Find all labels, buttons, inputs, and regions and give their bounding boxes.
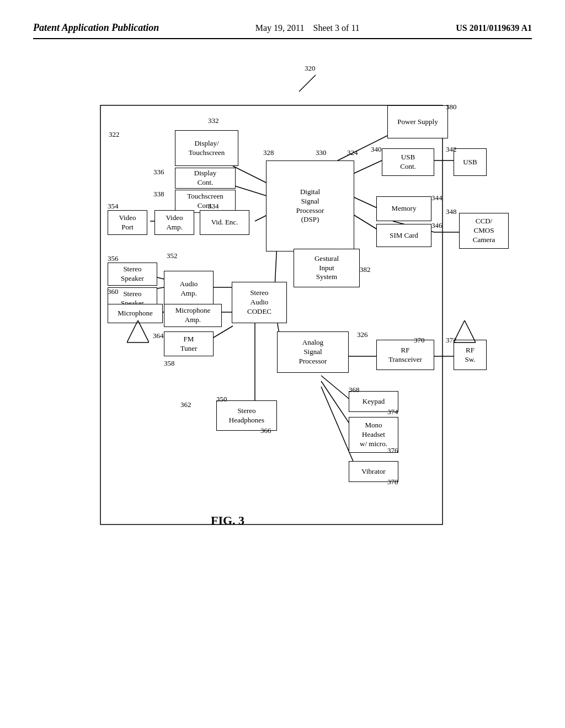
diagram-area: 320 Power Supply 380 USBCont. 340 USB 34…	[45, 50, 520, 629]
label-340: 340	[371, 145, 382, 154]
label-324: 324	[347, 148, 358, 157]
box-microphone-amp: MicrophoneAmp.	[164, 304, 222, 327]
label-326: 326	[357, 330, 368, 339]
box-display-touchscreen: Display/Touchscreen	[175, 130, 238, 166]
label-360: 360	[108, 287, 119, 296]
label-368: 368	[349, 386, 360, 394]
antenna-symbol	[454, 320, 476, 348]
box-rf-transceiver: RFTransceiver	[376, 340, 434, 370]
box-sim-card: SIM Card	[376, 224, 431, 247]
box-ccd-cmos: CCD/CMOSCamera	[459, 213, 509, 249]
label-370: 370	[414, 336, 425, 345]
label-378: 378	[387, 478, 398, 486]
label-354: 354	[108, 202, 119, 211]
label-344: 344	[431, 194, 443, 202]
label-376: 376	[387, 446, 398, 455]
label-348: 348	[446, 207, 457, 216]
box-analog-signal: AnalogSignalProcessor	[277, 331, 349, 373]
box-usb: USB	[454, 148, 487, 176]
box-memory: Memory	[376, 196, 431, 221]
box-stereo-speaker1: StereoSpeaker	[108, 263, 157, 286]
box-video-port: VideoPort	[108, 210, 147, 235]
label-332: 332	[208, 116, 219, 125]
label-346: 346	[431, 221, 443, 230]
box-usb-cont: USBCont.	[382, 148, 434, 176]
label-358: 358	[164, 359, 175, 368]
box-touchscreen-cont: TouchscreenCont.	[175, 190, 236, 213]
label-322: 322	[109, 130, 120, 139]
box-power-supply: Power Supply	[387, 105, 448, 138]
label-330: 330	[316, 148, 327, 157]
box-vid-enc: Vid. Enc.	[200, 210, 249, 235]
svg-marker-36	[127, 320, 149, 342]
box-audio-amp: AudioAmp.	[164, 271, 214, 307]
figure-caption: FIG. 3	[211, 513, 244, 528]
page-header: Patent Application Publication May 19, 2…	[33, 22, 532, 39]
label-336: 336	[153, 168, 164, 176]
box-dsp: DigitalSignalProcessor(DSP)	[266, 160, 354, 251]
label-366: 366	[260, 426, 271, 435]
label-350: 350	[216, 395, 227, 404]
label-320: 320	[305, 64, 316, 73]
box-stereo-audio-codec: StereoAudioCODEC	[232, 282, 287, 323]
box-display-cont: DisplayCont.	[175, 168, 236, 189]
box-gestural-input: GesturalInputSystem	[294, 249, 360, 287]
box-video-amp: VideoAmp.	[154, 210, 194, 235]
header-date: May 19, 2011	[255, 23, 305, 33]
microphone-symbol	[127, 320, 149, 348]
label-364: 364	[153, 331, 164, 340]
label-328: 328	[263, 148, 274, 157]
label-356: 356	[108, 254, 119, 263]
label-362: 362	[180, 400, 191, 409]
patent-number: US 2011/0119639 A1	[456, 23, 532, 33]
label-374: 374	[387, 408, 398, 416]
box-fm-tuner: FMTuner	[164, 331, 214, 356]
svg-line-0	[299, 75, 316, 92]
label-382: 382	[360, 265, 371, 274]
label-334: 334	[208, 202, 219, 211]
header-date-sheet: May 19, 2011 Sheet 3 of 11	[255, 23, 360, 33]
label-338: 338	[153, 190, 164, 199]
header-sheet: Sheet 3 of 11	[313, 23, 360, 33]
publication-label: Patent Application Publication	[33, 22, 159, 34]
page: Patent Application Publication May 19, 2…	[0, 0, 565, 728]
label-380: 380	[446, 103, 457, 111]
label-352: 352	[167, 251, 178, 260]
svg-marker-37	[454, 320, 476, 342]
label-342: 342	[446, 145, 457, 154]
